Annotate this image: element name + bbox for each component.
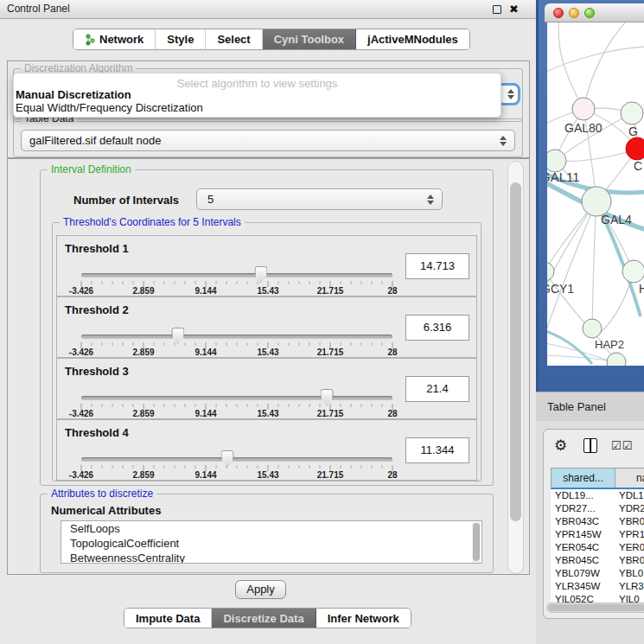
threshold-slider[interactable]: [81, 335, 392, 339]
gear-icon[interactable]: ⚙: [554, 437, 567, 455]
slider-tick-labels: -3.4262.8599.14415.4321.71528: [81, 286, 392, 296]
network-node[interactable]: [621, 102, 643, 124]
tick-label: 15.43: [257, 409, 278, 418]
tick-label: 15.43: [257, 286, 278, 296]
table-panel-title: Table Panel: [547, 392, 606, 421]
tick-mark: [299, 342, 300, 346]
table-row[interactable]: YDR27...YDR2: [551, 502, 644, 515]
table-data-group: Table Data galFiltered.sif default node: [13, 118, 523, 157]
threshold-label: Threshold 2: [65, 303, 129, 316]
network-node[interactable]: [582, 187, 611, 216]
table-horizontal-scrollbar-thumb[interactable]: [548, 604, 644, 611]
column-header-name[interactable]: na: [615, 469, 644, 488]
network-window-titlebar[interactable]: [545, 3, 644, 22]
network-edge[interactable]: [592, 201, 596, 328]
table-row[interactable]: YDL19...YDL1: [551, 489, 644, 502]
column-layout-icon[interactable]: [583, 438, 597, 453]
tab-network[interactable]: Network: [73, 29, 156, 49]
network-edge[interactable]: [583, 22, 629, 109]
table-row[interactable]: YBR045CYBR0: [551, 554, 644, 567]
attribute-list-item[interactable]: BetweennessCentrality: [61, 551, 481, 564]
network-edge[interactable]: [558, 22, 583, 109]
column-header-shared[interactable]: shared...: [552, 469, 615, 488]
tick-mark: [320, 281, 321, 284]
tick-mark: [382, 465, 383, 469]
threshold-slider[interactable]: [81, 273, 392, 277]
network-node[interactable]: [572, 98, 595, 120]
attributes-scrollbar-thumb[interactable]: [473, 523, 480, 561]
tick-mark: [341, 465, 341, 469]
algorithm-option-equal-width[interactable]: Equal Width/Frequency Discretization: [14, 101, 501, 114]
network-edge[interactable]: [547, 271, 586, 325]
table-horizontal-scrollbar[interactable]: [546, 603, 644, 613]
table-data-combobox[interactable]: galFiltered.sif default node: [21, 130, 515, 151]
tick-label: 15.43: [257, 348, 278, 357]
table-cell-name: YLR3: [615, 580, 644, 593]
tick-mark: [92, 404, 92, 407]
tick-mark: [112, 465, 113, 469]
minimize-traffic-light-icon[interactable]: [569, 8, 579, 18]
number-of-intervals-spinner[interactable]: 5: [196, 188, 443, 210]
attributes-scrollbar[interactable]: [472, 522, 481, 564]
table-row[interactable]: YLR345WYLR3: [551, 580, 644, 593]
threshold-value-field[interactable]: 21.4: [405, 376, 469, 402]
table-row[interactable]: YBR043CYBR0: [551, 515, 644, 528]
tick-mark: [258, 404, 258, 407]
attribute-list-item[interactable]: SelfLoops: [61, 521, 481, 536]
float-window-icon[interactable]: [493, 5, 501, 14]
table-row[interactable]: YBL079WYBL0: [551, 567, 644, 580]
attributes-group-title: Attributes to discretize: [48, 488, 156, 500]
network-node[interactable]: [622, 260, 644, 283]
threshold-value-field[interactable]: 14.713: [405, 253, 469, 279]
tab-cyni-toolbox[interactable]: Cyni Toolbox: [263, 29, 356, 49]
tick-mark: [102, 404, 103, 407]
network-node[interactable]: [607, 353, 626, 366]
network-edge[interactable]: [555, 149, 637, 161]
network-canvas[interactable]: GAL80GCGAL11GAL4GCY1HHAP2: [547, 22, 644, 366]
network-node[interactable]: [547, 262, 554, 281]
control-panel-titlebar[interactable]: Control Panel ✖: [0, 0, 536, 19]
tick-mark: [92, 342, 92, 346]
network-node[interactable]: [583, 319, 602, 338]
attribute-list-item[interactable]: TopologicalCoefficient: [61, 536, 481, 551]
table-panel-titlebar[interactable]: Table Panel: [536, 392, 644, 421]
tab-discretize-data[interactable]: Discretize Data: [212, 609, 316, 628]
tab-style[interactable]: Style: [156, 29, 206, 49]
table-row[interactable]: YER054CYER0: [551, 541, 644, 554]
panel-scrollbar-thumb[interactable]: [510, 182, 521, 521]
checkbox-icons[interactable]: ☑☑: [611, 439, 633, 452]
numerical-attributes-list[interactable]: SelfLoopsTopologicalCoefficientBetweenne…: [61, 520, 482, 564]
tab-select[interactable]: Select: [206, 29, 262, 49]
threshold-slider[interactable]: [81, 396, 392, 400]
node-table: shared... na YDL19...YDL1YDR27...YDR2YBR…: [551, 468, 644, 606]
algorithm-dropdown-popup: Select algorithm to view settings Manual…: [13, 73, 501, 118]
tab-jactivemnodules[interactable]: jActiveMNodules: [356, 29, 469, 49]
network-edge[interactable]: [547, 355, 608, 360]
slider-tick-labels: -3.4262.8599.14415.4321.71528: [81, 409, 392, 419]
algorithm-option-manual[interactable]: Manual Discretization: [14, 88, 501, 101]
network-node[interactable]: [626, 137, 644, 160]
tab-impute-data[interactable]: Impute Data: [124, 609, 212, 628]
panel-scrollbar[interactable]: [507, 161, 524, 574]
tick-mark: [216, 342, 217, 346]
tick-mark: [382, 404, 383, 407]
table-cell-shared-name: YLR345W: [551, 580, 615, 593]
network-node-label: C: [634, 159, 642, 173]
interval-definition-group-title: Interval Definition: [48, 163, 135, 175]
tick-mark: [112, 281, 113, 284]
threshold-slider[interactable]: [81, 457, 392, 462]
network-window: GAL80GCGAL11GAL4GCY1HHAP2: [536, 0, 644, 392]
threshold-value-field[interactable]: 11.344: [405, 437, 469, 463]
algorithm-placeholder-option[interactable]: Select algorithm to view settings: [14, 73, 501, 88]
threshold-value-field[interactable]: 6.316: [405, 315, 469, 341]
tick-mark: [133, 465, 134, 469]
tab-infer-network[interactable]: Infer Network: [316, 609, 411, 628]
close-traffic-light-icon[interactable]: [553, 8, 564, 18]
tick-label: 28: [387, 409, 397, 418]
table-row[interactable]: YPR145WYPR1: [551, 528, 644, 541]
zoom-traffic-light-icon[interactable]: [584, 8, 595, 18]
tick-label: 15.43: [257, 470, 278, 480]
close-icon[interactable]: ✖: [509, 1, 519, 18]
apply-button[interactable]: Apply: [235, 580, 286, 599]
tick-mark: [351, 465, 352, 469]
